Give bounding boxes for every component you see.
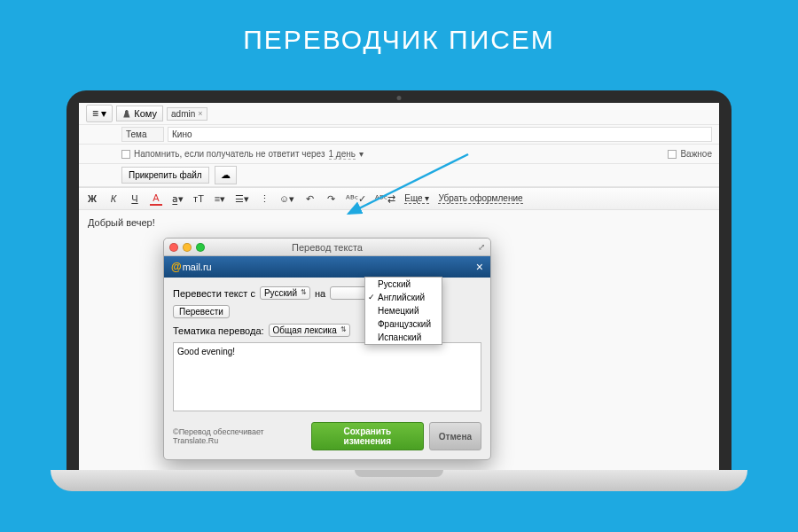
mailru-logo: @mail.ru xyxy=(171,261,212,273)
translate-dialog: Перевод текста ⤢ @mail.ru × Перевести те… xyxy=(163,238,491,460)
to-label: Кому xyxy=(134,108,157,119)
cloud-button[interactable]: ☁ xyxy=(215,166,237,184)
attach-row: Прикрепить файл ☁ xyxy=(79,164,719,187)
chevron-down-icon: ▾ xyxy=(359,149,364,159)
translation-result[interactable] xyxy=(173,342,481,411)
topic-label: Тематика перевода: xyxy=(173,325,264,336)
lang-option[interactable]: Немецкий xyxy=(365,304,442,317)
subject-row: Тема Кино xyxy=(79,125,719,145)
screen: ≡ ▾ Кому admin × Тема Кино xyxy=(79,103,719,470)
font-icon[interactable]: a̲▾ xyxy=(171,192,184,206)
chip-remove-icon[interactable]: × xyxy=(198,109,202,118)
recipient-name: admin xyxy=(171,109,195,119)
important-label: Важное xyxy=(680,149,712,159)
translate-button[interactable]: ᴬᴮᶜ⇄ xyxy=(375,192,395,206)
laptop-notch xyxy=(355,470,443,477)
redo-button[interactable]: ↷ xyxy=(325,192,337,206)
spellcheck-button[interactable]: ᴬᴮᶜ✓ xyxy=(346,192,366,206)
font-size-button[interactable]: тТ xyxy=(192,192,205,206)
undo-button[interactable]: ↶ xyxy=(303,192,316,206)
reminder-checkbox[interactable] xyxy=(121,150,130,159)
underline-button[interactable]: Ч xyxy=(129,192,141,206)
emoji-button[interactable]: ☺▾ xyxy=(279,192,294,206)
to-button[interactable]: Кому xyxy=(116,106,163,121)
at-icon: @ xyxy=(171,261,182,273)
mailru-header: @mail.ru × xyxy=(164,256,490,278)
recipient-chip[interactable]: admin × xyxy=(167,107,207,121)
topic-select[interactable]: Общая лексика xyxy=(269,324,350,337)
laptop-mockup: ≡ ▾ Кому admin × Тема Кино xyxy=(66,90,732,498)
menu-button[interactable]: ≡ ▾ xyxy=(86,105,113,122)
copyright-text: ©Перевод обеспечивает Translate.Ru xyxy=(173,427,311,445)
lang-option[interactable]: Русский xyxy=(365,278,442,291)
lang-option[interactable]: Английский xyxy=(365,291,442,304)
text-color-button[interactable]: А xyxy=(150,192,162,206)
cancel-button[interactable]: Отмена xyxy=(429,422,481,450)
person-icon xyxy=(122,110,130,118)
email-body[interactable]: Добрый вечер! xyxy=(79,210,719,235)
align-button[interactable]: ≡▾ xyxy=(214,192,226,206)
clear-formatting-link[interactable]: Убрать оформление xyxy=(438,193,522,204)
attach-file-button[interactable]: Прикрепить файл xyxy=(121,167,209,184)
dialog-footer: ©Перевод обеспечивает Translate.Ru Сохра… xyxy=(173,422,481,450)
lang-option[interactable]: Французский xyxy=(365,317,442,331)
to-label: на xyxy=(315,288,325,299)
reminder-option: Напомнить, если получатель не ответит че… xyxy=(121,149,364,160)
recipients-row: ≡ ▾ Кому admin × xyxy=(79,103,719,125)
laptop-bezel: ≡ ▾ Кому admin × Тема Кино xyxy=(66,90,732,470)
formatting-toolbar: Ж К Ч А a̲▾ тТ ≡▾ ☰▾ ⋮ ☺▾ ↶ ↷ ᴬᴮᶜ✓ ᴬᴮᶜ⇄ … xyxy=(79,187,719,210)
compose-form: ≡ ▾ Кому admin × Тема Кино xyxy=(79,103,719,235)
translate-button[interactable]: Перевести xyxy=(173,305,230,318)
camera-dot xyxy=(397,96,402,100)
more-options-button[interactable]: ⋮ xyxy=(258,192,270,206)
reminder-days-link[interactable]: 1 день xyxy=(329,149,356,160)
hero-title: ПЕРЕВОДЧИК ПИСЕМ xyxy=(0,0,798,55)
dialog-titlebar[interactable]: Перевод текста ⤢ xyxy=(164,239,490,256)
list-button[interactable]: ☰▾ xyxy=(235,192,249,206)
important-checkbox[interactable] xyxy=(668,150,677,159)
laptop-base xyxy=(51,470,747,491)
italic-button[interactable]: К xyxy=(107,192,120,206)
brand-name: mail.ru xyxy=(183,262,212,272)
save-button[interactable]: Сохранить изменения xyxy=(311,422,424,450)
expand-icon[interactable]: ⤢ xyxy=(478,242,485,252)
subject-label: Тема xyxy=(121,127,164,142)
dialog-close-icon[interactable]: × xyxy=(476,260,483,274)
lang-option[interactable]: Испанский xyxy=(365,331,442,344)
important-option: Важное xyxy=(668,149,712,159)
translate-from-label: Перевести текст с xyxy=(173,288,255,299)
reminder-label: Напомнить, если получатель не ответит че… xyxy=(134,149,325,159)
subject-input[interactable]: Кино xyxy=(168,127,712,142)
more-link[interactable]: Еще ▾ xyxy=(404,193,429,204)
options-row: Напомнить, если получатель не ответит че… xyxy=(79,145,719,164)
dialog-title: Перевод текста xyxy=(164,242,490,253)
bold-button[interactable]: Ж xyxy=(86,192,98,206)
from-lang-select[interactable]: Русский xyxy=(260,286,310,300)
to-lang-dropdown: РусскийАнглийскийНемецкийФранцузскийИспа… xyxy=(364,277,442,345)
